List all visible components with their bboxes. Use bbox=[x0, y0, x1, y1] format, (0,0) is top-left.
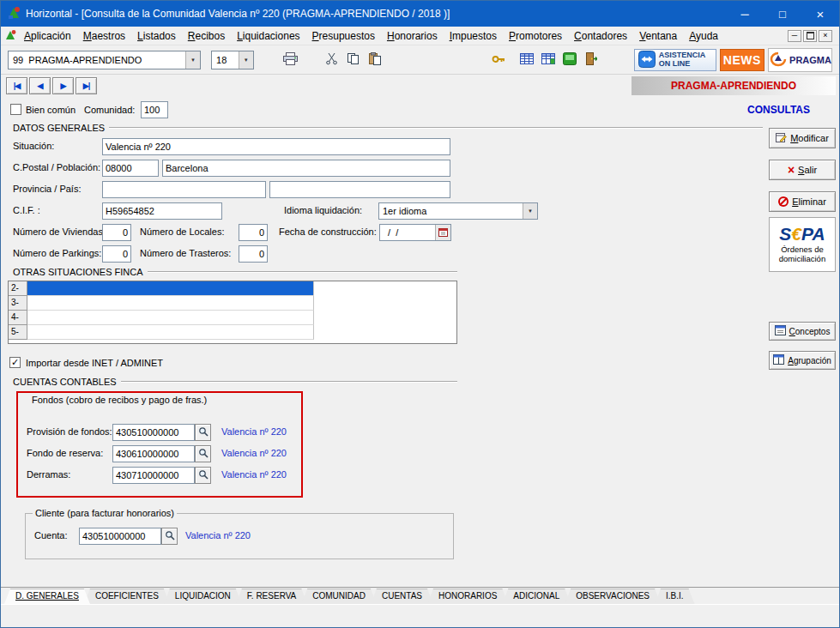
filter-table-button[interactable] bbox=[537, 49, 559, 71]
bien-comun-checkbox-box[interactable] bbox=[10, 104, 21, 115]
tab-ibi[interactable]: I.B.I. bbox=[655, 589, 695, 604]
exercise-combobox[interactable]: 18 ▼ bbox=[211, 51, 254, 69]
provincia-input[interactable] bbox=[102, 181, 266, 198]
menu-presupuestos[interactable]: Presupuestos bbox=[306, 27, 381, 45]
previous-record-button[interactable]: ◀ bbox=[29, 77, 51, 94]
minimize-button[interactable]: ─ bbox=[726, 1, 764, 27]
window-list-icon bbox=[775, 325, 786, 337]
tab-adicional[interactable]: ADICIONAL bbox=[502, 589, 571, 604]
grid-cell[interactable] bbox=[27, 311, 314, 325]
copy-button[interactable] bbox=[342, 49, 364, 71]
grid-row-header: 3- bbox=[9, 296, 27, 311]
situacion-input[interactable] bbox=[102, 138, 450, 155]
salir-button[interactable]: × Salir bbox=[769, 160, 836, 180]
menu-contadores[interactable]: Contadores bbox=[568, 27, 633, 45]
calendar-button[interactable] bbox=[435, 225, 450, 240]
cuenta-search-button[interactable] bbox=[161, 528, 178, 545]
idioma-combobox[interactable]: 1er idioma ▼ bbox=[378, 202, 538, 220]
tab-label: CUENTAS bbox=[382, 591, 422, 601]
access-key-button[interactable] bbox=[488, 49, 510, 71]
grid-cell[interactable] bbox=[27, 281, 314, 296]
importar-checkbox-box[interactable]: ✓ bbox=[9, 357, 21, 368]
comunidad-input[interactable] bbox=[141, 101, 168, 118]
provision-fondos-input[interactable] bbox=[112, 424, 195, 441]
parkings-input[interactable] bbox=[102, 245, 131, 263]
derramas-label: Derramas: bbox=[27, 469, 70, 480]
calendar-icon bbox=[438, 227, 448, 239]
pais-input[interactable] bbox=[269, 181, 450, 198]
poblacion-input[interactable] bbox=[162, 160, 450, 177]
next-record-button[interactable]: ▶ bbox=[52, 77, 74, 94]
menu-recibos[interactable]: Recibos bbox=[182, 27, 231, 45]
company-combobox[interactable]: 99 PRAGMA-APRENDIENDO ▼ bbox=[8, 51, 201, 69]
modificar-button[interactable]: Modificar bbox=[769, 128, 836, 148]
first-record-button[interactable]: |◀ bbox=[6, 77, 27, 94]
tab-observaciones[interactable]: OBSERVACIONES bbox=[565, 589, 661, 604]
menu-listados[interactable]: Listados bbox=[131, 27, 182, 45]
cpostal-input[interactable] bbox=[102, 160, 159, 177]
eliminar-button[interactable]: Eliminar bbox=[769, 191, 836, 212]
menu-ventana[interactable]: Ventana bbox=[633, 27, 683, 45]
last-record-button[interactable]: ▶| bbox=[76, 77, 97, 94]
menu-aplicacion[interactable]: Aplicación bbox=[18, 27, 77, 45]
locales-input[interactable] bbox=[239, 224, 268, 241]
fondo-reserva-input[interactable] bbox=[112, 445, 195, 462]
tab-honorarios[interactable]: HONORARIOS bbox=[427, 589, 508, 604]
printer-icon bbox=[283, 52, 298, 67]
browse-table-button[interactable] bbox=[517, 49, 538, 71]
bien-comun-checkbox[interactable] bbox=[10, 104, 21, 117]
menu-ayuda[interactable]: Ayuda bbox=[683, 27, 724, 45]
menu-honorarios[interactable]: Honorarios bbox=[381, 27, 444, 45]
viviendas-input[interactable] bbox=[102, 224, 131, 241]
fondo-reserva-label: Fondo de reserva: bbox=[27, 448, 103, 458]
tab-label: OBSERVACIONES bbox=[576, 591, 650, 601]
tab-comunidad[interactable]: COMUNIDAD bbox=[301, 589, 377, 604]
search-icon bbox=[198, 426, 208, 438]
agrupacion-button[interactable]: Agrupación bbox=[769, 351, 836, 370]
tab-liquidacion[interactable]: LIQUIDACION bbox=[164, 589, 242, 604]
tab-cuentas[interactable]: CUENTAS bbox=[371, 589, 433, 604]
pragma-button[interactable]: PRAGMA bbox=[768, 48, 832, 72]
fondos-group-title: Fondos (cobro de recibos y pago de fras.… bbox=[32, 395, 207, 405]
grid-row[interactable]: 4- bbox=[9, 311, 456, 325]
derramas-search-button[interactable] bbox=[195, 467, 211, 484]
fecha-construccion-field[interactable]: / / bbox=[379, 224, 451, 241]
sepa-button[interactable]: S€PA Órdenes dedomiciliación bbox=[769, 217, 836, 272]
grid-cell[interactable] bbox=[27, 325, 314, 340]
cut-button[interactable] bbox=[322, 49, 343, 71]
community-name-text: PRAGMA-APRENDIENDO bbox=[671, 80, 796, 92]
menu-promotores[interactable]: Promotores bbox=[503, 27, 568, 45]
menu-impuestos[interactable]: Impuestos bbox=[444, 27, 503, 45]
mdi-system-icon[interactable] bbox=[4, 29, 16, 43]
tab-f-reserva[interactable]: F. RESERVA bbox=[236, 589, 307, 604]
mdi-restore-button[interactable] bbox=[803, 30, 817, 42]
grid-cell[interactable] bbox=[27, 296, 314, 311]
asistencia-online-button[interactable]: ASISTENCIA ON LINE bbox=[634, 49, 716, 71]
provision-search-button[interactable] bbox=[195, 424, 211, 441]
cuenta-input[interactable] bbox=[79, 528, 161, 545]
conceptos-button[interactable]: Conceptos bbox=[769, 322, 836, 341]
maximize-button[interactable]: □ bbox=[764, 1, 801, 27]
exit-module-button[interactable] bbox=[580, 49, 601, 71]
close-button[interactable]: × bbox=[801, 1, 839, 27]
news-button[interactable]: NEWS bbox=[720, 49, 765, 71]
menu-liquidaciones[interactable]: Liquidaciones bbox=[231, 27, 305, 45]
tab-coeficientes[interactable]: COEFICIENTES bbox=[84, 589, 170, 604]
trasteros-input[interactable] bbox=[239, 245, 268, 263]
menu-maestros[interactable]: Maestros bbox=[77, 27, 131, 45]
cif-input[interactable] bbox=[102, 202, 222, 220]
reserva-search-button[interactable] bbox=[195, 445, 211, 462]
print-button[interactable] bbox=[280, 49, 301, 71]
screen-view-button[interactable] bbox=[559, 49, 580, 71]
grid-row[interactable]: 3- bbox=[9, 296, 456, 311]
mdi-minimize-button[interactable]: ─ bbox=[788, 30, 801, 42]
modificar-label: Modificar bbox=[790, 133, 829, 143]
importar-checkbox[interactable]: ✓ bbox=[9, 357, 21, 368]
mdi-close-button[interactable]: × bbox=[819, 30, 832, 42]
grid-row[interactable]: 5- bbox=[9, 325, 456, 340]
app-icon[interactable] bbox=[7, 6, 21, 21]
derramas-input[interactable] bbox=[112, 467, 195, 484]
grid-row-selected[interactable]: 2- bbox=[9, 281, 456, 296]
paste-button[interactable] bbox=[364, 49, 385, 71]
tab-d-generales[interactable]: D. GENERALES bbox=[4, 589, 90, 604]
